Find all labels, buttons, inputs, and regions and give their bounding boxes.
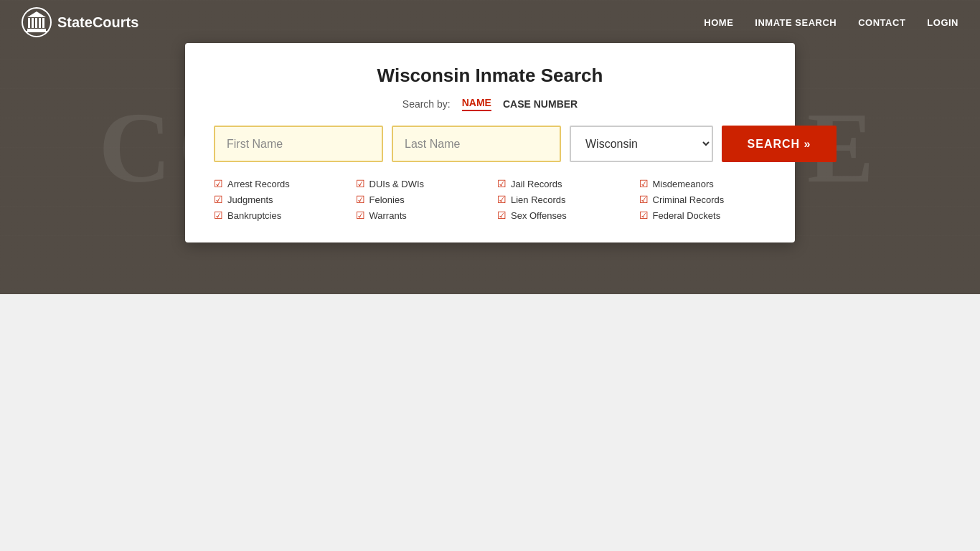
check-label-2: Jail Records (511, 179, 562, 189)
svg-rect-6 (32, 18, 34, 28)
check-icon-6: ☑ (497, 194, 507, 205)
check-label-10: Sex Offenses (511, 210, 567, 221)
check-icon-3: ☑ (639, 178, 649, 189)
svg-rect-7 (35, 18, 37, 28)
logo-icon (22, 7, 52, 37)
last-name-input[interactable] (392, 126, 561, 162)
check-item-3: ☑Misdemeanors (639, 178, 767, 189)
logo-text: StateCourts (57, 14, 138, 31)
main-nav: StateCourts HOME INMATE SEARCH CONTACT L… (0, 0, 980, 44)
check-label-6: Lien Records (511, 194, 566, 205)
check-item-1: ☑DUIs & DWIs (356, 178, 484, 189)
card-title: Wisconsin Inmate Search (214, 65, 766, 87)
check-item-10: ☑Sex Offenses (497, 209, 625, 221)
svg-rect-9 (42, 18, 44, 28)
search-card: Wisconsin Inmate Search Search by: NAME … (185, 43, 795, 242)
nav-login[interactable]: LOGIN (927, 17, 958, 28)
tab-case[interactable]: CASE NUMBER (503, 98, 578, 110)
check-item-4: ☑Judgments (214, 194, 341, 205)
nav-inmate-search[interactable]: INMATE SEARCH (755, 17, 837, 28)
check-icon-4: ☑ (214, 194, 223, 205)
svg-rect-8 (39, 18, 41, 28)
state-select[interactable]: Wisconsin Alabama Alaska Arizona Arkansa… (570, 126, 713, 162)
check-item-9: ☑Warrants (356, 209, 484, 221)
check-icon-0: ☑ (214, 178, 223, 189)
check-icon-7: ☑ (639, 194, 649, 205)
check-item-2: ☑Jail Records (497, 178, 625, 189)
check-icon-9: ☑ (356, 209, 365, 221)
check-label-7: Criminal Records (653, 194, 725, 205)
check-label-0: Arrest Records (227, 179, 290, 189)
inputs-row: Wisconsin Alabama Alaska Arizona Arkansa… (214, 126, 766, 162)
check-icon-10: ☑ (497, 209, 507, 221)
logo-link[interactable]: StateCourts (22, 7, 138, 37)
check-label-9: Warrants (369, 210, 407, 221)
check-item-7: ☑Criminal Records (639, 194, 767, 205)
nav-contact[interactable]: CONTACT (858, 17, 905, 28)
check-item-0: ☑Arrest Records (214, 178, 341, 189)
check-item-8: ☑Bankruptcies (214, 209, 341, 221)
search-by-label: Search by: (402, 98, 451, 110)
check-label-4: Judgments (227, 194, 273, 205)
check-label-5: Felonies (369, 194, 405, 205)
check-icon-8: ☑ (214, 209, 223, 221)
check-icon-5: ☑ (356, 194, 365, 205)
check-icon-11: ☑ (639, 209, 649, 221)
search-by-row: Search by: NAME CASE NUMBER (214, 97, 766, 111)
svg-rect-2 (26, 31, 47, 32)
nav-home[interactable]: HOME (704, 17, 733, 28)
hero-section: COURTHOUSE StateCourts HOME INMATE SEARC… (0, 0, 980, 294)
search-button[interactable]: SEARCH » (722, 126, 837, 162)
svg-rect-5 (28, 18, 30, 28)
first-name-input[interactable] (214, 126, 383, 162)
check-item-5: ☑Felonies (356, 194, 484, 205)
check-label-8: Bankruptcies (227, 210, 281, 221)
check-label-11: Federal Dockets (653, 210, 721, 221)
nav-links: HOME INMATE SEARCH CONTACT LOGIN (704, 17, 958, 28)
svg-marker-4 (27, 11, 46, 17)
check-item-11: ☑Federal Dockets (639, 209, 767, 221)
check-item-6: ☑Lien Records (497, 194, 625, 205)
check-icon-1: ☑ (356, 178, 365, 189)
checks-grid: ☑Arrest Records☑DUIs & DWIs☑Jail Records… (214, 178, 766, 221)
check-icon-2: ☑ (497, 178, 507, 189)
tab-name[interactable]: NAME (462, 97, 491, 111)
check-label-3: Misdemeanors (653, 179, 714, 189)
check-label-1: DUIs & DWIs (369, 179, 425, 189)
svg-rect-1 (27, 29, 46, 31)
